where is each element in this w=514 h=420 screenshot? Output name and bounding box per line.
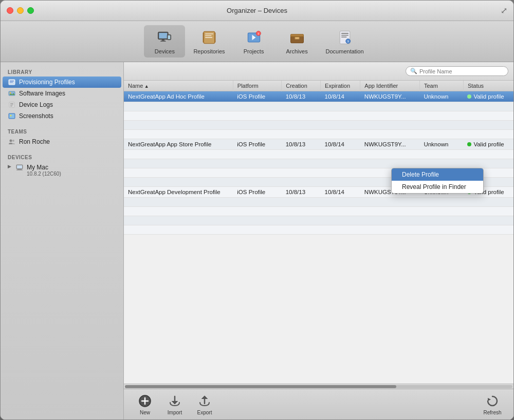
toolbar-archives-label: Archives xyxy=(286,48,307,54)
col-creation[interactable]: Creation xyxy=(282,81,321,91)
svg-text:!: ! xyxy=(258,32,259,35)
horizontal-scrollbar[interactable] xyxy=(124,384,513,389)
device-logs-icon xyxy=(8,101,16,109)
svg-rect-35 xyxy=(10,106,12,106)
screenshots-icon xyxy=(8,112,16,120)
svg-rect-10 xyxy=(203,32,204,43)
scrollbar-thumb[interactable] xyxy=(125,385,396,388)
table-header-row: Name Platform Creation Expiration App Id… xyxy=(124,81,513,91)
cell-platform: iOS Profile xyxy=(233,139,281,150)
maximize-button[interactable] xyxy=(27,7,34,14)
scrollbar-track xyxy=(125,385,512,388)
svg-rect-5 xyxy=(168,35,170,39)
toolbar-projects[interactable]: ! Projects xyxy=(233,25,274,58)
svg-rect-11 xyxy=(215,32,216,43)
sidebar-item-ron-roche[interactable]: Ron Roche xyxy=(1,136,123,147)
device-logs-label: Device Logs xyxy=(19,101,53,108)
sidebar-item-my-mac[interactable]: ▶ My Mac 10.8.2 (12C60) xyxy=(1,162,123,178)
col-status[interactable]: Status xyxy=(463,81,513,91)
profiles-table: Name Platform Creation Expiration App Id… xyxy=(124,81,513,235)
cell-app-identifier: NWKUGST9Y... xyxy=(360,139,420,150)
minimize-button[interactable] xyxy=(17,7,24,14)
toolbar-devices[interactable]: Devices xyxy=(144,25,185,58)
svg-rect-21 xyxy=(341,33,348,34)
svg-rect-44 xyxy=(16,170,23,170)
content-toolbar: 🔍 xyxy=(124,62,513,81)
cell-app-identifier: NWKUGST9Y... xyxy=(360,91,420,102)
archives-icon xyxy=(288,28,306,47)
table-row-empty xyxy=(124,130,513,139)
cell-creation: 10/8/13 xyxy=(282,91,321,102)
expand-button[interactable]: ⤢ xyxy=(501,6,507,15)
devices-icon xyxy=(155,28,174,47)
team-icon xyxy=(8,138,16,146)
table-row[interactable]: NextGreatApp Ad Hoc Profile iOS Profile … xyxy=(124,91,513,102)
toolbar-projects-label: Projects xyxy=(244,48,264,54)
cell-name: NextGreatApp App Store Profile xyxy=(124,139,233,150)
titlebar: Organizer – Devices ⤢ xyxy=(1,1,513,21)
table-row-empty xyxy=(124,198,513,207)
my-mac-label: My Mac xyxy=(27,164,61,171)
sidebar-item-screenshots[interactable]: Screenshots xyxy=(1,110,123,122)
col-expiration[interactable]: Expiration xyxy=(321,81,360,91)
projects-icon: ! xyxy=(245,28,263,47)
import-label: Import xyxy=(168,410,182,415)
sidebar-item-device-logs[interactable]: Device Logs xyxy=(1,99,123,110)
toolbar: Devices Repositories xyxy=(1,21,513,62)
col-team[interactable]: Team xyxy=(419,81,463,91)
screenshots-label: Screenshots xyxy=(19,112,53,120)
main-content: LIBRARY Provisioning Profiles xyxy=(1,62,513,419)
export-button[interactable]: Export xyxy=(192,394,217,415)
cell-name: NextGreatApp Ad Hoc Profile xyxy=(124,91,233,102)
col-app-identifier[interactable]: App Identifier xyxy=(360,81,420,91)
cell-platform: iOS Profile xyxy=(233,187,281,198)
svg-rect-34 xyxy=(10,105,13,105)
svg-rect-1 xyxy=(159,33,168,39)
col-name[interactable]: Name xyxy=(124,81,233,91)
mac-icon xyxy=(15,163,24,171)
import-button[interactable]: Import xyxy=(162,394,188,415)
refresh-icon xyxy=(485,394,500,408)
table-row-empty xyxy=(124,207,513,216)
search-icon: 🔍 xyxy=(410,68,417,74)
software-images-label: Software Images xyxy=(19,90,65,97)
toolbar-repositories[interactable]: Repositories xyxy=(187,25,231,58)
cell-name: NextGreatApp Development Profile xyxy=(124,187,233,198)
table-container: Name Platform Creation Expiration App Id… xyxy=(124,81,513,384)
table-row-empty xyxy=(124,111,513,121)
refresh-button[interactable]: Refresh xyxy=(480,394,505,415)
svg-rect-2 xyxy=(162,40,164,41)
table-row-empty xyxy=(124,159,513,168)
sidebar-item-provisioning-profiles[interactable]: Provisioning Profiles xyxy=(3,77,121,88)
close-button[interactable] xyxy=(7,7,13,14)
search-box[interactable]: 🔍 xyxy=(406,66,508,76)
table-row-empty xyxy=(124,225,513,235)
col-platform[interactable]: Platform xyxy=(233,81,281,91)
context-menu-delete-profile[interactable]: Delete Profile xyxy=(392,168,483,181)
provisioning-profiles-label: Provisioning Profiles xyxy=(19,79,75,86)
svg-rect-8 xyxy=(205,35,211,36)
organizer-window: Organizer – Devices ⤢ Devices xyxy=(0,0,514,420)
sidebar-item-software-images[interactable]: Software Images xyxy=(1,88,123,99)
svg-rect-43 xyxy=(17,169,22,170)
toolbar-documentation[interactable]: ? Documentation xyxy=(320,25,370,58)
toolbar-repositories-label: Repositories xyxy=(193,48,225,54)
svg-point-38 xyxy=(10,115,12,117)
table-row[interactable]: NextGreatApp App Store Profile iOS Profi… xyxy=(124,139,513,150)
search-input[interactable] xyxy=(419,68,497,74)
cell-status: Valid profile xyxy=(463,139,513,150)
svg-marker-48 xyxy=(488,398,491,401)
window-controls xyxy=(7,7,34,14)
cell-status: Valid profile xyxy=(463,91,513,102)
repositories-icon xyxy=(200,28,218,47)
disclosure-triangle[interactable]: ▶ xyxy=(8,164,11,169)
library-header: LIBRARY xyxy=(1,66,123,77)
toolbar-archives[interactable]: Archives xyxy=(277,25,318,58)
svg-rect-27 xyxy=(10,81,14,82)
documentation-icon: ? xyxy=(336,28,354,47)
context-menu-reveal-in-finder[interactable]: Reveal Profile in Finder xyxy=(392,181,483,193)
svg-rect-37 xyxy=(9,114,14,118)
cell-platform: iOS Profile xyxy=(233,91,281,102)
cell-team: Unknown xyxy=(419,91,463,102)
new-button[interactable]: New xyxy=(132,394,158,415)
